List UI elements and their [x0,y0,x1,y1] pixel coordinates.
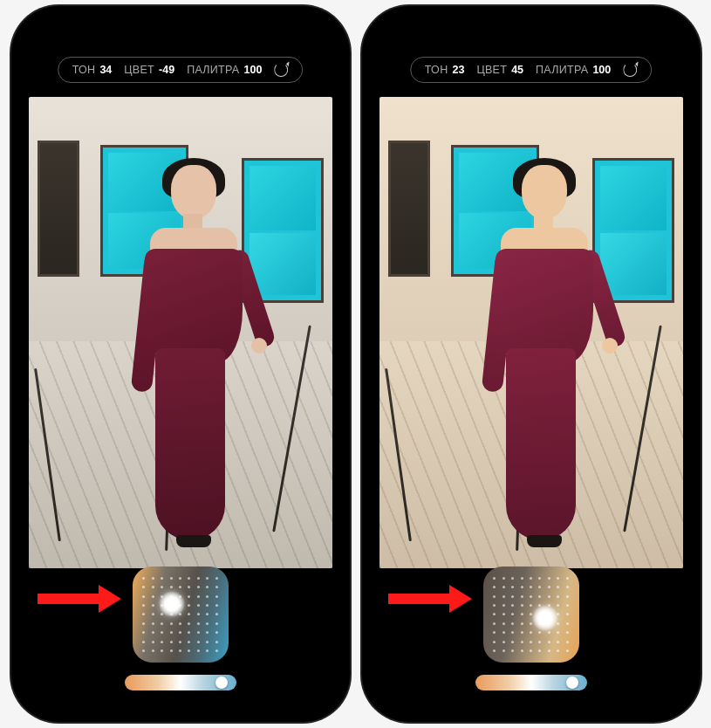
palette-param[interactable]: ПАЛИТРА 100 [536,64,611,76]
palette-param[interactable]: ПАЛИТРА 100 [187,64,262,76]
style-grid [490,573,572,656]
color-label: ЦВЕТ [124,64,154,76]
color-value: 45 [511,64,523,76]
palette-value: 100 [243,64,262,76]
annotation-arrow [38,586,125,612]
style-cursor[interactable] [532,605,558,631]
tone-slider[interactable] [125,675,236,690]
palette-label: ПАЛИТРА [187,64,239,76]
reset-icon[interactable] [623,63,637,77]
tone-slider-knob[interactable] [566,676,578,689]
style-grid [140,573,222,656]
phone-left: ТОН 34 ЦВЕТ -49 ПАЛИТРА 100 [11,6,350,722]
tone-slider-knob[interactable] [215,676,228,689]
tone-param[interactable]: ТОН 23 [425,64,465,76]
style-params-bar: ТОН 23 ЦВЕТ 45 ПАЛИТРА 100 [410,57,653,83]
style-params-bar: ТОН 34 ЦВЕТ -49 ПАЛИТРА 100 [58,57,304,83]
phone-right: ТОН 23 ЦВЕТ 45 ПАЛИТРА 100 [362,6,701,722]
color-label: ЦВЕТ [476,64,507,76]
tone-value: 23 [452,64,464,76]
annotation-arrow [388,586,475,612]
photographic-style-pad[interactable] [133,567,229,663]
photo-subject [129,165,251,549]
photo-subject [480,165,602,549]
tone-param[interactable]: ТОН 34 [72,64,113,76]
dynamic-island [483,25,579,52]
tone-value: 34 [99,64,112,76]
style-cursor[interactable] [159,591,185,617]
color-value: -49 [159,64,174,76]
tone-label: ТОН [72,64,96,76]
reset-icon[interactable] [274,63,288,77]
tone-label: ТОН [425,64,448,76]
palette-value: 100 [592,64,611,76]
photo-preview[interactable] [379,97,683,568]
color-param[interactable]: ЦВЕТ -49 [124,64,174,76]
photographic-style-pad[interactable] [483,567,579,663]
tone-slider[interactable] [475,675,587,690]
palette-label: ПАЛИТРА [536,64,588,76]
dynamic-island [133,25,229,52]
color-param[interactable]: ЦВЕТ 45 [476,64,523,76]
photo-preview[interactable] [29,97,332,568]
